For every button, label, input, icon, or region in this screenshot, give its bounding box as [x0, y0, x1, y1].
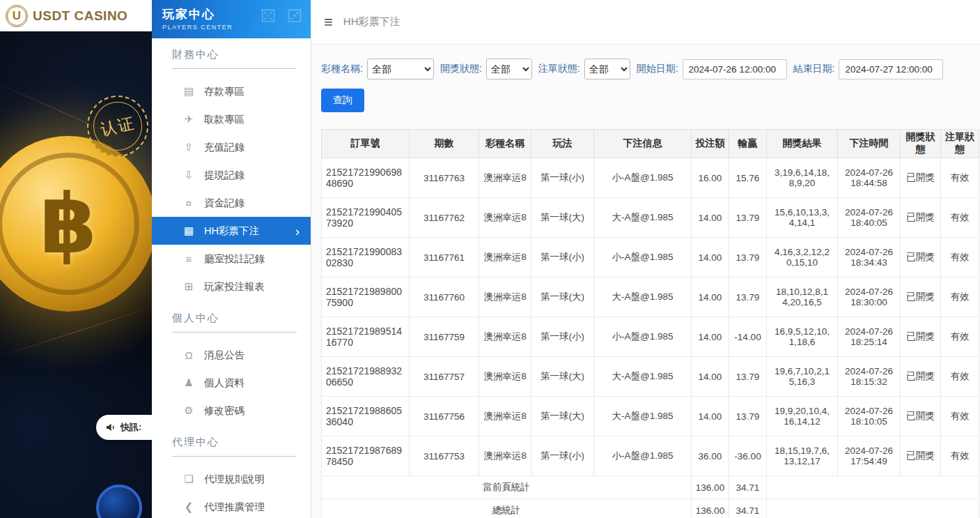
news-label: 快訊: — [120, 421, 141, 434]
table-cell: 31167756 — [410, 397, 479, 436]
table-cell: 已開獎 — [901, 317, 941, 357]
sidebar-item-profile[interactable]: ♟個人資料 — [152, 369, 311, 397]
sidebar-item-funds-record[interactable]: ¤資金記錄 — [152, 189, 311, 217]
order-status-select[interactable]: 全部 — [584, 59, 630, 79]
lottery-name-select[interactable]: 全部 — [367, 59, 434, 79]
sidebar-item-label: 代理推廣管理 — [204, 501, 265, 514]
bitcoin-coin-graphic: ฿ — [0, 136, 152, 312]
table-cell: 有效 — [941, 158, 979, 198]
table-cell: -36.00 — [729, 436, 767, 476]
table-cell: 14.00 — [692, 198, 729, 238]
table-cell: 13.79 — [729, 277, 767, 317]
promo-panel: U USDT CASINO ฿ 认证 快訊: — [0, 0, 152, 518]
table-cell: 第一球(大) — [531, 198, 594, 238]
table-row: 215217219900830283031167761澳洲幸运8第一球(小)小-… — [322, 238, 979, 277]
sidebar-item-lottery-bets[interactable]: ▦HH彩票下注› — [152, 217, 311, 245]
section-title: 個人中心 — [172, 312, 297, 333]
table-cell: 第一球(大) — [531, 397, 594, 436]
sidebar-item-label: 玩家投注報表 — [204, 280, 265, 294]
brand-logo[interactable]: U USDT CASINO — [0, 0, 152, 31]
table-row: 215217219906984869031167763澳洲幸运8第一球(小)小-… — [322, 158, 979, 198]
table-cell: 2152172198860536040 — [322, 397, 410, 436]
floating-widget[interactable] — [96, 485, 142, 518]
table-cell: 已開獎 — [901, 198, 941, 238]
sidebar-item-withdraw[interactable]: ✈取款專區 — [152, 105, 311, 133]
sidebar-item-deposit[interactable]: ▤存款專區 — [152, 77, 311, 105]
app-root: U USDT CASINO ฿ 认证 快訊: 玩 — [0, 0, 980, 518]
table-cell: 澳洲幸运8 — [479, 436, 531, 476]
table-row: 215217219876897845031167753澳洲幸运8第一球(小)小-… — [322, 436, 979, 476]
table-cell: 有效 — [941, 277, 979, 317]
sidebar-item-room-bet-record[interactable]: ≡廳室投註記錄 — [152, 245, 311, 273]
sidebar-item-change-password[interactable]: ⚙修改密碼 — [152, 397, 311, 425]
table-cell: 澳洲幸运8 — [479, 317, 531, 357]
sidebar-item-withdraw-record[interactable]: ⇩提現記錄 — [152, 161, 311, 189]
table-cell: 有效 — [941, 238, 979, 277]
column-header: 開獎狀態 — [901, 130, 941, 158]
query-button[interactable]: 查詢 — [321, 89, 364, 112]
end-date-input[interactable] — [839, 59, 943, 79]
sidebar-item-announcements[interactable]: Ω消息公告 — [152, 341, 311, 369]
table-cell: 2152172198980075900 — [322, 277, 410, 317]
sidebar-item-label: 存款專區 — [204, 85, 244, 98]
sidebar-item-label: 廳室投註記錄 — [204, 252, 265, 266]
table-cell: 16,9,5,12,10,1,18,6 — [767, 317, 838, 357]
table-cell: 有效 — [941, 357, 979, 397]
table-cell: 14.00 — [692, 317, 729, 357]
table-cell: 大-A盤@1.985 — [594, 357, 692, 397]
table-cell: 13.79 — [729, 198, 767, 238]
table-cell: 14.00 — [692, 357, 729, 397]
table-cell: 18,15,19,7,6,13,12,17 — [767, 436, 838, 476]
table-cell: 2024-07-26 18:30:00 — [838, 277, 901, 317]
table-cell: 已開獎 — [901, 238, 941, 277]
table-cell: 已開獎 — [901, 277, 941, 317]
news-ticker[interactable]: 快訊: — [96, 415, 152, 440]
end-date-label: 結束日期: — [793, 63, 835, 75]
table-row: 215217219904057392031167762澳洲幸运8第一球(大)大-… — [322, 198, 979, 238]
table-cell: 15.76 — [729, 158, 767, 198]
sidebar-item-agent-promotion[interactable]: ❮代理推廣管理 — [152, 493, 311, 518]
column-header: 期數 — [410, 130, 479, 158]
table-cell: 已開獎 — [901, 397, 941, 436]
table-cell: 小-A盤@1.985 — [594, 436, 692, 476]
person-icon: ♟ — [182, 376, 195, 389]
summary-row: 當前頁統計136.0034.71 — [322, 476, 979, 499]
table-cell: 已開獎 — [901, 436, 941, 476]
table-cell: 31167761 — [410, 238, 479, 277]
table-cell: 31167759 — [410, 317, 479, 357]
filter-draw-status: 開獎狀態: 全部 — [440, 59, 532, 79]
gear-icon: ⚙ — [182, 404, 195, 417]
table-cell: 2024-07-26 18:25:14 — [838, 317, 901, 357]
sidebar-item-agent-rules[interactable]: ❏代理規則說明 — [152, 465, 311, 493]
bets-table: 訂單號期數彩種名稱玩法下注信息投注額輸贏開獎結果下注時間開獎狀態注單狀態 215… — [321, 129, 980, 518]
draw-status-select[interactable]: 全部 — [486, 59, 532, 79]
hamburger-menu-icon[interactable]: ≡ — [324, 15, 333, 30]
table-cell: 2024-07-26 18:15:32 — [838, 357, 901, 397]
table-header-row: 訂單號期數彩種名稱玩法下注信息投注額輸贏開獎結果下注時間開獎狀態注單狀態 — [322, 130, 979, 158]
sidebar-item-player-bet-report[interactable]: ⊞玩家投注報表 — [152, 273, 311, 300]
section-title: 代理中心 — [172, 436, 297, 457]
column-header: 輸贏 — [729, 130, 767, 158]
table-cell: 有效 — [941, 397, 979, 436]
table-cell: 有效 — [941, 436, 979, 476]
document-icon: ❏ — [182, 473, 195, 485]
table-cell: 澳洲幸运8 — [479, 158, 531, 198]
table-cell: 4,16,3,2,12,20,15,10 — [767, 238, 838, 277]
table-cell: 澳洲幸运8 — [479, 277, 531, 317]
brand-logo-text: USDT CASINO — [33, 8, 127, 24]
table-cell: 第一球(小) — [531, 436, 594, 476]
table-cell: 2152172199069848690 — [322, 158, 410, 198]
table-cell: 3,19,6,14,18,8,9,20 — [767, 158, 838, 198]
content: 彩種名稱: 全部 開獎狀態: 全部 注單狀態: 全部 — [311, 45, 980, 518]
table-cell: 31167753 — [410, 436, 479, 476]
sidebar-item-label: 充值記錄 — [204, 141, 244, 154]
table-cell: 大-A盤@1.985 — [594, 198, 692, 238]
table-cell: 澳洲幸运8 — [479, 357, 531, 397]
table-cell: 19,6,7,10,2,15,16,3 — [767, 357, 838, 397]
sidebar-item-recharge-record[interactable]: ⇧充值記錄 — [152, 133, 311, 161]
filter-end-date: 結束日期: — [793, 59, 944, 79]
topbar: ≡ HH彩票下注 — [311, 0, 980, 45]
table-cell: 14.00 — [692, 277, 729, 317]
start-date-input[interactable] — [683, 59, 787, 79]
promo-image: ฿ 认证 快訊: — [0, 31, 152, 518]
